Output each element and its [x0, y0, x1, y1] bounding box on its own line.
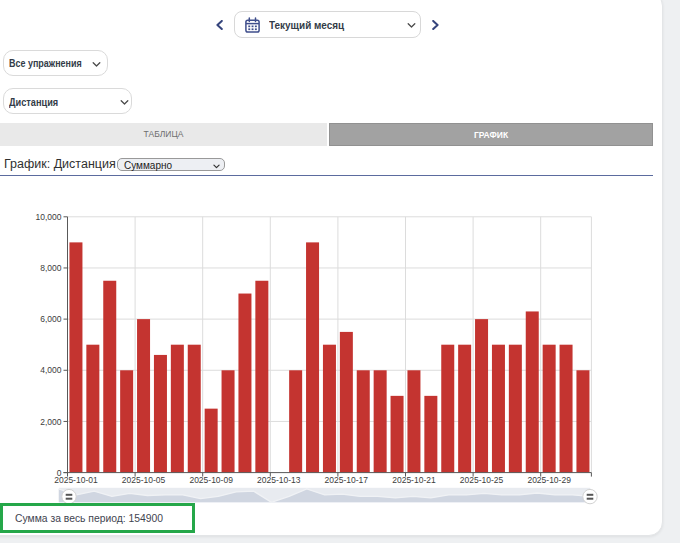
svg-text:4,000: 4,000: [40, 365, 62, 375]
svg-text:2025-10-05: 2025-10-05: [122, 475, 166, 485]
svg-text:2025-10-09: 2025-10-09: [189, 475, 233, 485]
svg-text:2025-10-17: 2025-10-17: [325, 475, 369, 485]
svg-text:2025-10-21: 2025-10-21: [392, 475, 436, 485]
svg-text:8,000: 8,000: [40, 263, 62, 273]
svg-text:2025-10-25: 2025-10-25: [460, 475, 504, 485]
svg-text:6,000: 6,000: [40, 314, 62, 324]
svg-text:2,000: 2,000: [40, 417, 62, 427]
svg-text:2025-10-29: 2025-10-29: [527, 475, 571, 485]
svg-text:2025-10-13: 2025-10-13: [257, 475, 301, 485]
svg-text:2025-10-01: 2025-10-01: [54, 475, 98, 485]
svg-text:10,000: 10,000: [36, 212, 62, 222]
